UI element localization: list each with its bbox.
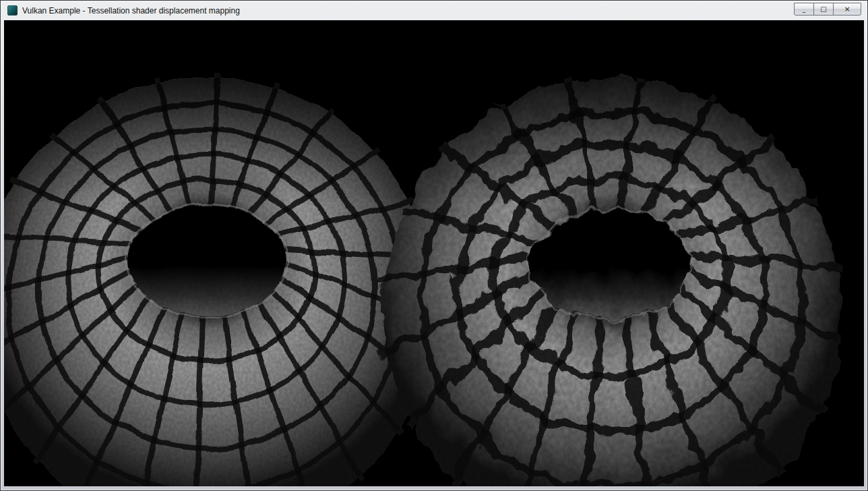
window-title: Vulkan Example - Tessellation shader dis… <box>22 6 240 16</box>
close-icon: × <box>844 5 850 13</box>
close-button[interactable]: × <box>833 3 861 16</box>
titlebar[interactable]: Vulkan Example - Tessellation shader dis… <box>1 1 867 20</box>
maximize-icon: □ <box>820 6 826 13</box>
render-viewport[interactable] <box>4 20 864 486</box>
app-window: Vulkan Example - Tessellation shader dis… <box>0 0 868 491</box>
scene-canvas <box>4 20 864 486</box>
maximize-button[interactable]: □ <box>813 3 834 16</box>
window-controls: – □ × <box>795 3 861 16</box>
vulkan-app-icon <box>7 5 18 16</box>
minimize-icon: – <box>803 9 806 16</box>
minimize-button[interactable]: – <box>794 3 814 16</box>
